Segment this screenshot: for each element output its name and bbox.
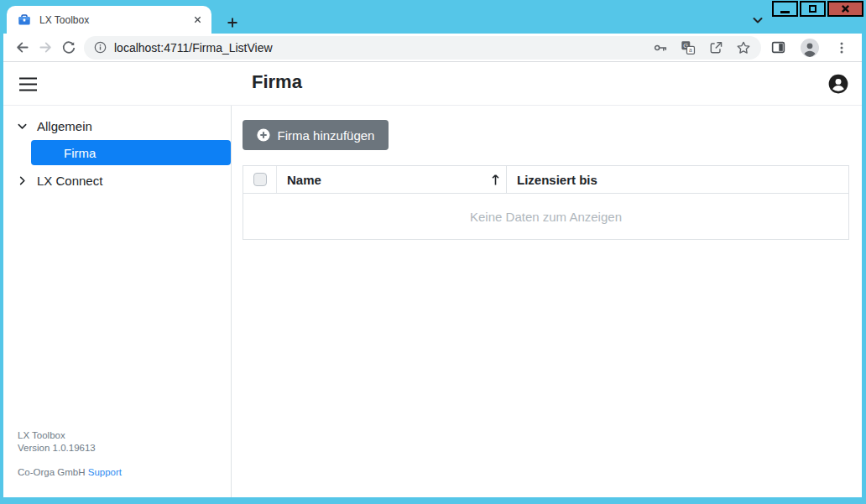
browser-window: LX Toolbox — [0, 0, 866, 504]
sidebar-item-firma[interactable]: Firma — [31, 140, 231, 165]
empty-state-text: Keine Daten zum Anzeigen — [243, 194, 848, 239]
app-header: Firma — [3, 62, 862, 106]
tab-search-chevron-icon[interactable] — [747, 9, 769, 31]
column-header-lizensiert-bis[interactable]: Lizensiert bis — [507, 166, 848, 193]
product-name: LX Toolbox — [18, 429, 122, 442]
close-icon[interactable] — [827, 1, 863, 17]
company-name: Co-Orga GmbH — [18, 467, 86, 477]
add-firma-button[interactable]: Firma hinzufügen — [243, 120, 389, 150]
chevron-right-icon — [17, 175, 28, 186]
window-controls — [772, 1, 863, 17]
forward-icon[interactable] — [34, 36, 57, 60]
tab-title: LX Toolbox — [39, 14, 190, 26]
app-body: Allgemein Firma LX Connect LX Toolbox Ve… — [3, 106, 862, 497]
bookmark-star-icon[interactable] — [736, 40, 751, 55]
address-bar[interactable]: localhost:4711/Firma_ListView Ga — [84, 36, 761, 60]
translate-icon[interactable]: Ga — [681, 40, 696, 55]
password-key-icon[interactable] — [653, 40, 668, 55]
kebab-menu-icon[interactable] — [830, 36, 853, 60]
add-firma-button-label: Firma hinzufügen — [278, 128, 375, 143]
minimize-icon[interactable] — [772, 1, 798, 17]
sidebar-group-lx-connect[interactable]: LX Connect — [3, 168, 231, 193]
browser-tab[interactable]: LX Toolbox — [7, 6, 211, 34]
maximize-icon[interactable] — [800, 1, 826, 17]
svg-text:a: a — [689, 47, 692, 53]
select-all-cell[interactable] — [243, 166, 277, 193]
sidebar-footer: LX Toolbox Version 1.0.19613 Co-Orga Gmb… — [18, 429, 122, 479]
tab-strip: LX Toolbox — [0, 0, 866, 34]
main-content: Firma hinzufügen Name Lizensiert bis — [232, 106, 862, 497]
side-panel-icon[interactable] — [766, 36, 790, 60]
reload-icon[interactable] — [57, 36, 81, 60]
product-version: Version 1.0.19613 — [18, 442, 122, 455]
sidebar-group-allgemein[interactable]: Allgemein — [3, 113, 231, 138]
table-header-row: Name Lizensiert bis — [243, 166, 848, 194]
page-info-icon[interactable] — [94, 41, 107, 54]
profile-avatar-icon[interactable] — [798, 36, 822, 60]
account-icon[interactable] — [827, 73, 849, 95]
browser-toolbar: localhost:4711/Firma_ListView Ga — [3, 34, 862, 62]
share-icon[interactable] — [708, 40, 723, 55]
firma-table: Name Lizensiert bis Keine Daten zum Anze… — [243, 165, 849, 240]
new-tab-icon[interactable] — [221, 11, 244, 34]
sidebar: Allgemein Firma LX Connect LX Toolbox Ve… — [3, 106, 232, 497]
tab-close-icon[interactable] — [190, 13, 205, 28]
select-all-checkbox[interactable] — [253, 173, 267, 186]
toolbox-favicon — [18, 13, 31, 27]
sidebar-group-label: Allgemein — [37, 119, 92, 133]
url-text[interactable]: localhost:4711/Firma_ListView — [114, 41, 653, 55]
back-icon[interactable] — [10, 36, 34, 60]
sort-ascending-icon — [491, 173, 500, 186]
sidebar-group-label: LX Connect — [37, 174, 102, 188]
plus-circle-icon — [257, 128, 270, 142]
support-link[interactable]: Support — [88, 467, 122, 477]
hamburger-menu-icon[interactable] — [17, 74, 39, 94]
sidebar-item-label: Firma — [64, 146, 96, 160]
chevron-down-icon — [17, 121, 28, 132]
column-header-name[interactable]: Name — [277, 166, 507, 193]
page-title: Firma — [252, 71, 302, 93]
